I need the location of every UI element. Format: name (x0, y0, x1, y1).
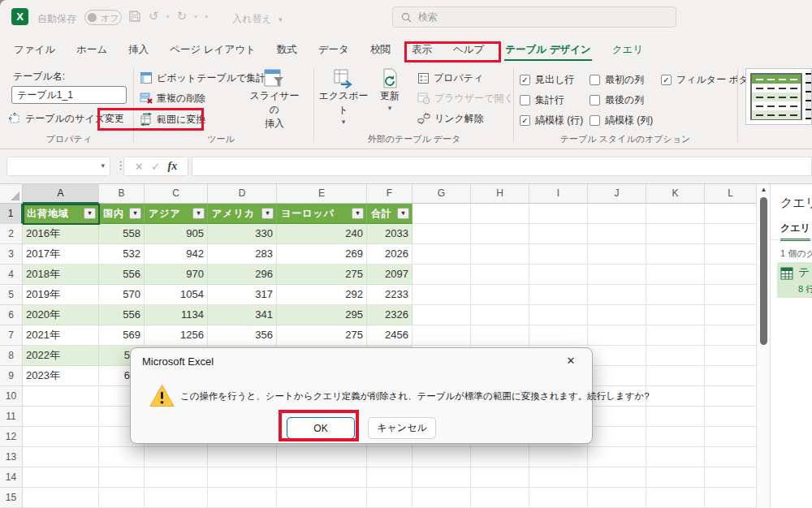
checked-checkbox-icon[interactable]: ✓ (661, 75, 672, 85)
cell-J2[interactable] (588, 224, 646, 244)
cell-C6[interactable]: 1134 (145, 305, 208, 325)
cell-I15[interactable] (529, 488, 588, 508)
column-header-J[interactable]: J (588, 184, 646, 204)
unchecked-checkbox-icon[interactable] (590, 95, 600, 105)
filter-dropdown-icon[interactable]: ▾ (129, 208, 141, 219)
cell-I14[interactable] (529, 467, 588, 488)
dialog-close-button[interactable]: ✕ (563, 355, 579, 367)
cell-L12[interactable] (705, 427, 756, 447)
row-header-11[interactable]: 11 (0, 407, 23, 427)
style-option-checkbox-4[interactable]: 最後の列 (590, 90, 658, 110)
cell-F4[interactable]: 2097 (367, 265, 412, 285)
cell-F7[interactable]: 2456 (367, 325, 412, 346)
cell-C13[interactable] (145, 447, 208, 467)
cell-E14[interactable] (277, 467, 367, 488)
customize-qat-icon[interactable]: ▾ (205, 13, 208, 20)
cell-G7[interactable] (412, 325, 471, 346)
cell-F14[interactable] (367, 467, 412, 488)
cell-H15[interactable] (471, 488, 529, 508)
excel-app-icon[interactable]: X (11, 8, 28, 25)
cell-I13[interactable] (529, 447, 588, 467)
vertical-scrollbar[interactable]: ▲ (756, 184, 770, 508)
ok-button[interactable]: OK (287, 417, 355, 439)
save-icon[interactable] (128, 10, 141, 23)
cell-F2[interactable]: 2033 (367, 224, 412, 244)
cell-H5[interactable] (471, 285, 529, 305)
cell-C1[interactable]: アジア▾ (145, 204, 208, 224)
filter-dropdown-icon[interactable]: ▾ (397, 208, 409, 219)
cell-K2[interactable] (646, 224, 705, 244)
cell-C5[interactable]: 1054 (145, 285, 208, 305)
cell-L4[interactable] (705, 265, 756, 285)
cell-L15[interactable] (705, 488, 756, 508)
cell-G13[interactable] (412, 447, 471, 467)
cell-L9[interactable] (705, 366, 756, 386)
swap-dropdown[interactable]: 入れ替え ▾ (232, 12, 282, 26)
cell-K8[interactable] (646, 346, 705, 366)
cell-K11[interactable] (646, 407, 705, 427)
cell-L7[interactable] (705, 325, 756, 346)
cell-J9[interactable] (588, 366, 646, 386)
cell-E2[interactable]: 240 (277, 224, 367, 244)
column-header-K[interactable]: K (646, 184, 705, 204)
cell-H6[interactable] (471, 305, 529, 325)
cell-H1[interactable] (471, 204, 529, 224)
ribbon-tab-2[interactable]: 挿入 (118, 38, 159, 63)
cell-K12[interactable] (646, 427, 705, 447)
cell-F13[interactable] (367, 447, 412, 467)
unchecked-checkbox-icon[interactable] (520, 95, 530, 105)
filter-dropdown-icon[interactable]: ▾ (261, 208, 274, 219)
insert-slicer-button[interactable]: スライサーの 挿入 (245, 68, 304, 131)
cell-C7[interactable]: 1256 (145, 325, 208, 346)
cell-E4[interactable]: 275 (277, 265, 367, 285)
column-header-F[interactable]: F (367, 184, 412, 204)
scrollbar-thumb[interactable] (760, 197, 767, 345)
cell-B13[interactable] (99, 447, 145, 467)
ribbon-tab-8[interactable]: ヘルプ (443, 38, 495, 63)
cell-K10[interactable] (646, 386, 705, 407)
cell-K14[interactable] (646, 467, 705, 488)
cancel-button[interactable]: キャンセル (368, 417, 436, 439)
cell-H2[interactable] (471, 224, 529, 244)
cell-H13[interactable] (471, 447, 529, 467)
table-style-thumbnail[interactable] (750, 73, 802, 120)
cell-J4[interactable] (588, 265, 646, 285)
style-option-checkbox-5[interactable]: 縞模様 (列) (590, 110, 658, 131)
ribbon-tab-10[interactable]: クエリ (602, 38, 654, 63)
cell-C15[interactable] (145, 488, 208, 508)
cell-A15[interactable] (23, 488, 99, 508)
cell-D4[interactable]: 296 (208, 265, 277, 285)
ribbon-tab-4[interactable]: 数式 (266, 38, 308, 63)
cell-A11[interactable] (23, 407, 99, 427)
select-all-corner[interactable] (0, 184, 23, 204)
cell-E5[interactable]: 292 (277, 285, 367, 305)
row-header-15[interactable]: 15 (0, 488, 23, 508)
cell-A3[interactable]: 2017年 (23, 244, 99, 265)
cell-K15[interactable] (646, 488, 705, 508)
row-header-9[interactable]: 9 (0, 366, 23, 386)
cell-C3[interactable]: 942 (145, 244, 208, 265)
cell-L5[interactable] (705, 285, 756, 305)
cell-E1[interactable]: ヨーロッパ▾ (277, 204, 367, 224)
column-header-D[interactable]: D (208, 184, 277, 204)
table-name-input[interactable] (11, 86, 127, 104)
cell-J1[interactable] (588, 204, 646, 224)
convert-to-range-button[interactable]: 範囲に変換 (140, 110, 205, 128)
cell-A14[interactable] (23, 467, 99, 488)
cell-E6[interactable]: 295 (277, 305, 367, 325)
cell-A5[interactable]: 2019年 (23, 285, 99, 305)
cell-H4[interactable] (471, 265, 529, 285)
commit-entry-icon[interactable]: ✓ (151, 161, 160, 173)
cell-G2[interactable] (412, 224, 471, 244)
cell-A4[interactable]: 2018年 (23, 265, 99, 285)
cell-D7[interactable]: 356 (208, 325, 277, 346)
cell-A7[interactable]: 2021年 (23, 325, 99, 346)
cell-K4[interactable] (646, 265, 705, 285)
cell-E13[interactable] (277, 447, 367, 467)
filter-dropdown-icon[interactable]: ▾ (84, 208, 96, 219)
ribbon-tab-6[interactable]: 校閲 (360, 38, 401, 63)
cell-B2[interactable]: 558 (99, 224, 145, 244)
external-properties-button[interactable]: プロパティ (417, 69, 483, 87)
cell-I6[interactable] (529, 305, 588, 325)
row-header-2[interactable]: 2 (0, 224, 23, 244)
